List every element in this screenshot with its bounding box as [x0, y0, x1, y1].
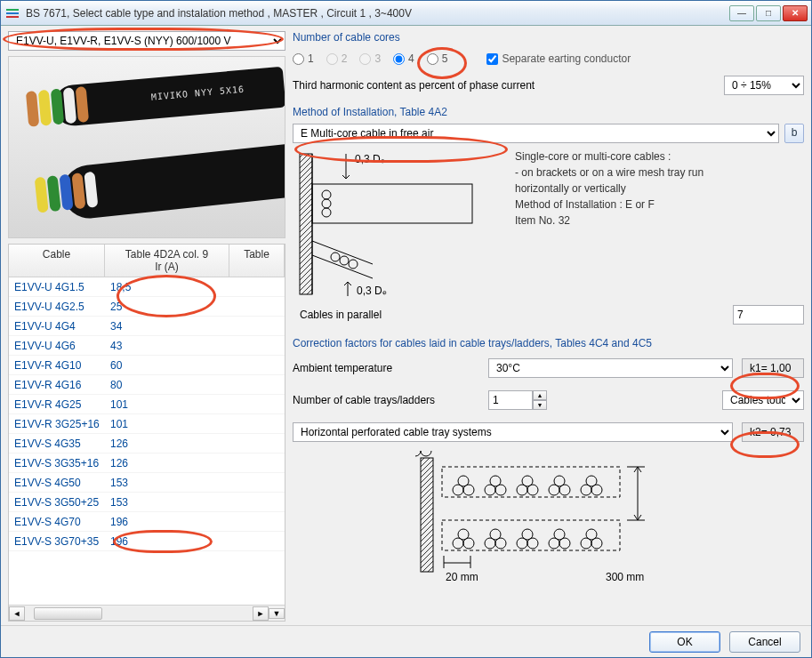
cable-type-select[interactable]: E1VV-U, E1VV-R, E1VV-S (NYY) 600/1000 V [8, 31, 285, 51]
cell-cable: E1VV-R 3G25+16 [9, 416, 105, 432]
installation-diagram: 0,3 Dₑ 0,3 Dₑ [293, 148, 506, 300]
table-row[interactable]: E1VV-U 4G434 [9, 317, 285, 336]
cancel-button[interactable]: Cancel [729, 631, 800, 653]
table-row[interactable]: E1VV-R 4G25101 [9, 395, 285, 414]
svg-point-31 [490, 476, 501, 486]
diag-20mm: 20 mm [446, 571, 478, 583]
de-top-label: 0,3 Dₑ [355, 153, 385, 165]
trays-count-spinner[interactable]: ▲▼ [488, 390, 648, 410]
col-ir[interactable]: Table 4D2A col. 9 Ir (A) [105, 245, 229, 277]
maximize-button[interactable]: □ [756, 5, 781, 21]
cell-ir: 196 [105, 514, 229, 530]
table-row[interactable]: E1VV-S 4G50153 [9, 473, 285, 493]
svg-point-7 [322, 199, 331, 208]
cell-cable: E1VV-U 4G6 [9, 338, 105, 354]
svg-rect-3 [300, 154, 312, 294]
table-row[interactable]: E1VV-S 3G50+25153 [9, 493, 285, 512]
third-harmonic-label: Third harmonic content as percent of pha… [293, 79, 715, 92]
cell-ir: 25 [105, 299, 229, 315]
cables-parallel-input[interactable] [733, 305, 804, 325]
table-row[interactable]: E1VV-S 3G70+35196 [9, 532, 285, 551]
cable-table[interactable]: Cable Table 4D2A col. 9 Ir (A) Table E1V… [8, 244, 285, 622]
svg-line-15 [342, 175, 346, 179]
table-row[interactable]: E1VV-R 4G1680 [9, 375, 285, 395]
diag-300mm: 300 mm [606, 571, 644, 583]
scroll-down-button[interactable]: ▼ [269, 608, 285, 619]
spin-down-button[interactable]: ▼ [533, 400, 547, 410]
svg-point-37 [554, 476, 565, 486]
svg-rect-0 [6, 9, 19, 11]
table-header: Cable Table 4D2A col. 9 Ir (A) Table [9, 245, 285, 277]
method-title: Method of Installation, Table 4A2 [293, 106, 804, 118]
cables-touch-select[interactable]: Cables touc [722, 390, 804, 410]
table-row[interactable]: E1VV-S 4G70196 [9, 512, 285, 532]
cell-ir: 126 [105, 455, 229, 471]
svg-point-13 [349, 260, 358, 269]
col-cable[interactable]: Cable [9, 245, 105, 277]
ok-button[interactable]: OK [649, 631, 720, 653]
installation-description: Single-core or multi-core cables : - on … [515, 148, 804, 300]
trays-count-input[interactable] [488, 390, 533, 410]
scroll-thumb[interactable] [34, 607, 102, 620]
svg-rect-5 [312, 184, 472, 223]
cell-cable: E1VV-U 4G1.5 [9, 279, 105, 295]
table-row[interactable]: E1VV-S 4G35126 [9, 434, 285, 453]
table-row[interactable]: E1VV-U 4G2.525 [9, 297, 285, 317]
third-harmonic-select[interactable]: 0 ÷ 15% [724, 76, 804, 95]
method-help-button[interactable]: b [784, 124, 804, 143]
cell-cable: E1VV-U 4G2.5 [9, 299, 105, 315]
ambient-temp-label: Ambient temperature [293, 362, 479, 374]
svg-point-11 [331, 253, 340, 261]
minimize-button[interactable]: — [729, 5, 754, 21]
cell-cable: E1VV-S 4G35 [9, 436, 105, 452]
cores-radio-2: 2 [326, 52, 348, 65]
cell-cable: E1VV-R 4G16 [9, 377, 105, 393]
cell-ir: 153 [105, 475, 229, 491]
ambient-temp-select[interactable]: 30°C [488, 358, 733, 378]
cores-title: Number of cable cores [293, 31, 804, 44]
cell-cable: E1VV-S 4G50 [9, 475, 105, 491]
de-bot-label: 0,3 Dₑ [357, 285, 387, 297]
svg-point-55 [586, 529, 597, 540]
svg-line-10 [312, 255, 373, 278]
cable-image: MIVIKO NYY 5X16 [8, 56, 285, 238]
col-table[interactable]: Table [229, 245, 285, 277]
tray-system-select[interactable]: Horizontal perforated cable tray systems [293, 422, 733, 442]
separate-earthing-checkbox[interactable]: Separate earting conductor [486, 52, 631, 65]
horizontal-scrollbar[interactable]: ◄ ► ▼ [9, 605, 285, 621]
cell-cable: E1VV-S 3G50+25 [9, 494, 105, 510]
cores-radio-4[interactable]: 4 [393, 52, 414, 65]
svg-line-9 [312, 241, 373, 264]
cell-cable: E1VV-R 4G25 [9, 397, 105, 413]
cores-radio-group: 1 2 3 4 5 Separate earting conductor [293, 49, 804, 70]
table-row[interactable]: E1VV-U 4G643 [9, 336, 285, 356]
svg-point-12 [340, 256, 349, 265]
cell-cable: E1VV-S 4G70 [9, 514, 105, 530]
svg-rect-2 [6, 16, 19, 18]
titlebar: BS 7671, Select cable type and instalati… [1, 1, 811, 26]
scroll-right-button[interactable]: ► [253, 606, 269, 621]
svg-point-6 [322, 190, 331, 199]
svg-point-28 [458, 476, 469, 486]
cores-radio-1[interactable]: 1 [293, 52, 314, 65]
table-row[interactable]: E1VV-R 3G25+16101 [9, 414, 285, 434]
installation-method-select[interactable]: E Multi-core cable in free air [293, 124, 779, 143]
cores-radio-5[interactable]: 5 [427, 52, 448, 65]
cell-ir: 196 [105, 534, 229, 550]
trays-count-label: Number of cable trays/ladders [293, 394, 479, 406]
scroll-left-button[interactable]: ◄ [9, 606, 25, 621]
table-row[interactable]: E1VV-S 3G35+16126 [9, 453, 285, 473]
table-row[interactable]: E1VV-U 4G1.518,5 [9, 277, 285, 297]
table-row[interactable]: E1VV-R 4G1060 [9, 356, 285, 375]
spin-up-button[interactable]: ▲ [533, 390, 547, 400]
svg-point-43 [458, 529, 469, 540]
window-title: BS 7671, Select cable type and instalati… [26, 7, 729, 20]
close-button[interactable]: ✕ [783, 5, 808, 21]
svg-point-24 [421, 451, 431, 456]
correction-title: Correction factors for cables laid in ca… [293, 337, 804, 349]
svg-rect-1 [6, 12, 19, 14]
cell-cable: E1VV-S 3G70+35 [9, 534, 105, 550]
svg-point-40 [586, 476, 597, 486]
k2-value: k2= 0,73 [742, 422, 804, 442]
k1-value: k1= 1,00 [742, 358, 804, 378]
